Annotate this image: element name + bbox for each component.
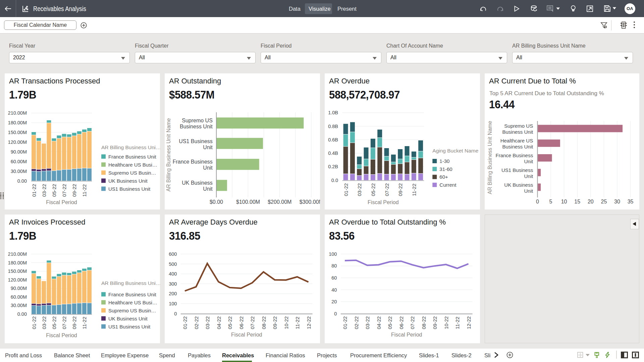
- svg-text:03-22: 03-22: [41, 316, 47, 329]
- svg-text:60: 60: [331, 275, 337, 281]
- svg-text:$300.00M: $300.00M: [300, 199, 320, 205]
- svg-text:0.2B: 0.2B: [328, 164, 338, 169]
- svg-text:210.00M: 210.00M: [8, 251, 27, 257]
- svg-text:400: 400: [169, 271, 177, 277]
- svg-text:11-22: 11-22: [411, 184, 417, 196]
- svg-text:210.00M: 210.00M: [8, 110, 27, 116]
- svg-text:05-22: 05-22: [227, 316, 233, 329]
- svg-text:Unit: Unit: [203, 165, 213, 171]
- svg-text:5: 5: [549, 199, 552, 204]
- svg-text:UK Business: UK Business: [182, 180, 213, 186]
- svg-text:Healthcare US: Healthcare US: [500, 138, 533, 143]
- svg-text:Supremo US: Supremo US: [182, 118, 213, 123]
- svg-text:30: 30: [614, 199, 620, 204]
- svg-text:01-22: 01-22: [343, 183, 349, 196]
- svg-text:20: 20: [588, 199, 594, 204]
- svg-text:0: 0: [536, 199, 539, 204]
- svg-text:Unit: Unit: [203, 186, 213, 192]
- svg-text:120.00M: 120.00M: [8, 139, 27, 145]
- svg-text:AR Billing Business Unit Name: AR Billing Business Unit Name: [487, 121, 493, 194]
- svg-text:Healthcare US Busi…: Healthcare US Busi…: [108, 162, 157, 168]
- svg-text:$100.00M: $100.00M: [236, 199, 260, 205]
- svg-text:UK Business Unit: UK Business Unit: [108, 316, 148, 321]
- svg-text:1-30: 1-30: [439, 158, 449, 164]
- svg-text:US1 Business: US1 Business: [179, 138, 213, 144]
- svg-text:03-22: 03-22: [365, 316, 370, 329]
- svg-text:05-22: 05-22: [370, 183, 376, 196]
- svg-text:60.00M: 60.00M: [11, 294, 27, 300]
- svg-text:03-22: 03-22: [357, 183, 362, 196]
- svg-text:10-22: 10-22: [443, 316, 449, 329]
- svg-text:30.00M: 30.00M: [11, 303, 27, 308]
- svg-text:25: 25: [601, 199, 607, 204]
- svg-text:150.00M: 150.00M: [8, 268, 27, 274]
- svg-text:04-22: 04-22: [376, 316, 382, 329]
- svg-text:09-22: 09-22: [397, 183, 403, 196]
- svg-text:30.00M: 30.00M: [11, 169, 27, 174]
- svg-text:12-22: 12-22: [466, 316, 472, 329]
- svg-text:Fiscal Period: Fiscal Period: [46, 199, 77, 205]
- svg-text:09-22: 09-22: [432, 316, 438, 329]
- svg-text:US1 Business Unit: US1 Business Unit: [108, 324, 151, 329]
- svg-text:100: 100: [169, 301, 177, 306]
- svg-text:07-22: 07-22: [61, 316, 67, 329]
- svg-text:1.0B: 1.0B: [328, 110, 338, 115]
- svg-text:02-22: 02-22: [194, 316, 199, 329]
- svg-text:Unit: Unit: [203, 144, 213, 150]
- svg-text:0: 0: [334, 311, 337, 316]
- svg-text:60.00M: 60.00M: [11, 159, 27, 164]
- svg-text:France Business Unit: France Business Unit: [108, 154, 156, 160]
- svg-text:0.6B: 0.6B: [328, 137, 338, 142]
- svg-text:Supremo US Busin…: Supremo US Busin…: [108, 308, 156, 313]
- svg-text:11-22: 11-22: [82, 184, 87, 197]
- svg-text:80: 80: [331, 263, 337, 268]
- svg-text:10-22: 10-22: [283, 316, 289, 329]
- svg-text:Aging Bucket Name: Aging Bucket Name: [432, 148, 478, 154]
- svg-text:03-22: 03-22: [41, 184, 47, 197]
- svg-text:09-22: 09-22: [71, 184, 77, 197]
- svg-text:France Business: France Business: [173, 159, 213, 165]
- svg-text:Supremo US: Supremo US: [504, 123, 533, 129]
- svg-text:09-22: 09-22: [272, 316, 278, 329]
- svg-text:15: 15: [574, 199, 580, 204]
- svg-text:06-22: 06-22: [238, 316, 244, 329]
- svg-text:05-22: 05-22: [387, 316, 393, 329]
- svg-text:Fiscal Period: Fiscal Period: [231, 332, 262, 338]
- svg-text:01-22: 01-22: [182, 316, 188, 329]
- svg-text:France Business Unit: France Business Unit: [108, 292, 156, 297]
- svg-text:Unit: Unit: [524, 173, 534, 179]
- svg-text:09-22: 09-22: [71, 316, 77, 329]
- svg-text:90.00M: 90.00M: [11, 149, 27, 155]
- svg-text:0: 0: [174, 311, 177, 316]
- svg-text:Business Unit: Business Unit: [502, 129, 533, 135]
- svg-text:35: 35: [628, 199, 634, 204]
- svg-text:90.00M: 90.00M: [11, 286, 27, 291]
- svg-text:Unit: Unit: [524, 188, 534, 194]
- svg-text:180.00M: 180.00M: [8, 260, 27, 265]
- svg-text:US1 Business: US1 Business: [501, 167, 533, 173]
- svg-text:20: 20: [331, 299, 337, 304]
- svg-text:Fiscal Period: Fiscal Period: [391, 332, 422, 338]
- svg-text:05-22: 05-22: [51, 316, 57, 329]
- svg-text:0.00: 0.00: [17, 311, 27, 317]
- svg-text:AR Billing Business Uni…: AR Billing Business Uni…: [101, 280, 160, 286]
- svg-text:150.00M: 150.00M: [8, 130, 27, 135]
- svg-text:180.00M: 180.00M: [8, 120, 27, 125]
- svg-text:02-22: 02-22: [354, 316, 359, 329]
- svg-text:AR Billing Business Uni…: AR Billing Business Uni…: [101, 144, 160, 150]
- svg-text:08-22: 08-22: [421, 316, 427, 329]
- svg-text:11-22: 11-22: [294, 317, 300, 329]
- svg-text:07-22: 07-22: [250, 316, 255, 329]
- svg-text:Current: Current: [439, 182, 457, 188]
- svg-text:0.0: 0.0: [331, 178, 338, 183]
- svg-text:07-22: 07-22: [61, 184, 67, 197]
- svg-text:300: 300: [169, 281, 177, 287]
- svg-text:$200.00M: $200.00M: [268, 199, 291, 205]
- svg-text:12-22: 12-22: [306, 316, 312, 329]
- svg-text:120.00M: 120.00M: [8, 277, 27, 283]
- svg-text:Unit: Unit: [524, 159, 534, 164]
- svg-text:600: 600: [169, 251, 177, 257]
- svg-text:Supremo US Busin…: Supremo US Busin…: [108, 170, 156, 176]
- svg-text:Business Unit: Business Unit: [180, 124, 213, 129]
- svg-text:Healthcare US Busi…: Healthcare US Busi…: [108, 300, 157, 305]
